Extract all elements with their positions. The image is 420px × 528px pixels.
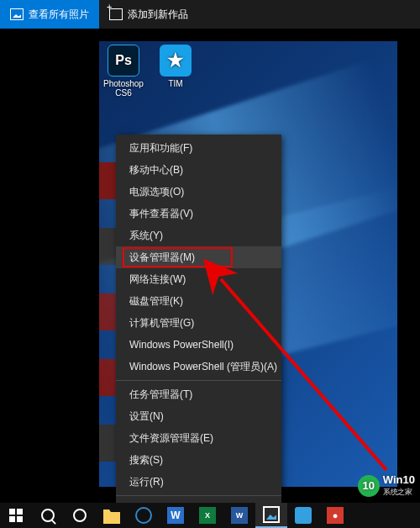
taskbar-word[interactable]: W — [223, 503, 255, 528]
desktop-icons-row: Ps Photoshop CS6 ★ TIM — [102, 45, 197, 98]
winx-context-menu[interactable]: 应用和功能(F) 移动中心(B) 电源选项(O) 事件查看器(V) 系统(Y) … — [116, 135, 281, 528]
search-icon — [41, 509, 55, 522]
menu-item-network-connections[interactable]: 网络连接(W) — [116, 268, 281, 290]
taskbar-photos-app[interactable] — [255, 503, 287, 528]
windows-logo-icon — [9, 509, 23, 522]
watermark-subtitle: 系统之家 — [383, 486, 415, 498]
folder-icon — [103, 507, 120, 524]
edge-icon — [135, 507, 152, 524]
watermark-title: Win10 — [383, 474, 415, 486]
menu-item-event-viewer[interactable]: 事件查看器(V) — [116, 203, 281, 224]
menu-item-run[interactable]: 运行(R) — [116, 471, 281, 493]
word-icon: W — [231, 507, 248, 524]
add-to-icon — [109, 8, 123, 20]
taskbar-excel[interactable]: X — [192, 503, 223, 528]
view-all-photos-label: 查看所有照片 — [29, 8, 89, 22]
weibo-icon: ● — [327, 507, 344, 524]
menu-item-search[interactable]: 搜索(S) — [116, 449, 281, 471]
avatar-icon — [295, 507, 312, 524]
menu-item-system[interactable]: 系统(Y) — [116, 224, 281, 246]
watermark-badge-icon: 10 — [358, 475, 380, 497]
menu-item-apps-features[interactable]: 应用和功能(F) — [116, 137, 281, 159]
photo-viewer: Ps Photoshop CS6 ★ TIM 应用和功能(F) 移动中心(B) … — [0, 29, 420, 528]
menu-item-disk-management[interactable]: 磁盘管理(K) — [116, 290, 281, 312]
menu-item-computer-management[interactable]: 计算机管理(G) — [116, 312, 281, 334]
photoshop-tile-icon: Ps — [108, 45, 139, 77]
cortana-icon — [73, 509, 87, 522]
photos-icon — [263, 506, 280, 523]
menu-item-file-explorer[interactable]: 文件资源管理器(E) — [116, 427, 281, 449]
app-icon: W — [167, 507, 184, 524]
add-to-creation-label: 添加到新作品 — [128, 8, 188, 22]
menu-item-power-options[interactable]: 电源选项(O) — [116, 181, 281, 203]
menu-item-settings[interactable]: 设置(N) — [116, 405, 281, 427]
menu-item-task-manager[interactable]: 任务管理器(T) — [116, 383, 281, 405]
taskbar-search-button[interactable] — [32, 503, 64, 528]
taskbar-file-explorer[interactable] — [96, 503, 128, 528]
desktop-icon-tim[interactable]: ★ TIM — [155, 45, 197, 98]
desktop-icon-label: Photoshop CS6 — [102, 79, 144, 98]
desktop-left-column-peek — [99, 162, 116, 487]
photos-icon — [10, 8, 24, 20]
windows-taskbar[interactable]: W X W ● — [0, 503, 420, 528]
start-button[interactable] — [0, 503, 32, 528]
menu-item-powershell-admin[interactable]: Windows PowerShell (管理员)(A) — [116, 356, 281, 378]
menu-item-powershell[interactable]: Windows PowerShell(I) — [116, 334, 281, 356]
desktop-icon-photoshop[interactable]: Ps Photoshop CS6 — [102, 45, 144, 98]
add-to-creation-button[interactable]: 添加到新作品 — [99, 0, 198, 29]
taskbar-app[interactable]: W — [160, 503, 192, 528]
site-watermark: 10 Win10 系统之家 — [358, 474, 415, 498]
taskbar-cortana-button[interactable] — [64, 503, 96, 528]
taskbar-weibo[interactable]: ● — [319, 503, 351, 528]
menu-item-device-manager[interactable]: 设备管理器(M) — [116, 246, 281, 268]
tim-tile-icon: ★ — [160, 45, 192, 77]
excel-icon: X — [199, 507, 216, 524]
menu-item-mobility-center[interactable]: 移动中心(B) — [116, 159, 281, 181]
app-top-toolbar: 查看所有照片 添加到新作品 — [0, 0, 420, 29]
taskbar-avatar[interactable] — [287, 503, 319, 528]
view-all-photos-button[interactable]: 查看所有照片 — [0, 0, 99, 29]
taskbar-edge[interactable] — [128, 503, 160, 528]
desktop-icon-label: TIM — [155, 79, 197, 88]
